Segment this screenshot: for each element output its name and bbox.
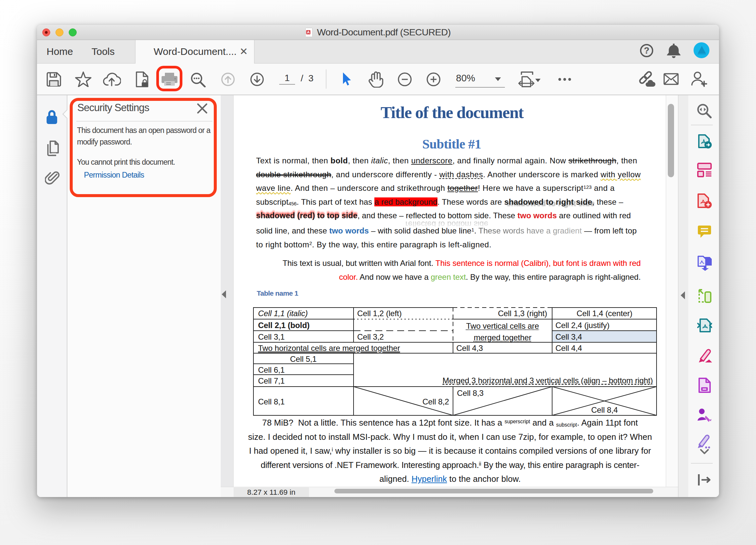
svg-text:?: ? [644,46,650,56]
